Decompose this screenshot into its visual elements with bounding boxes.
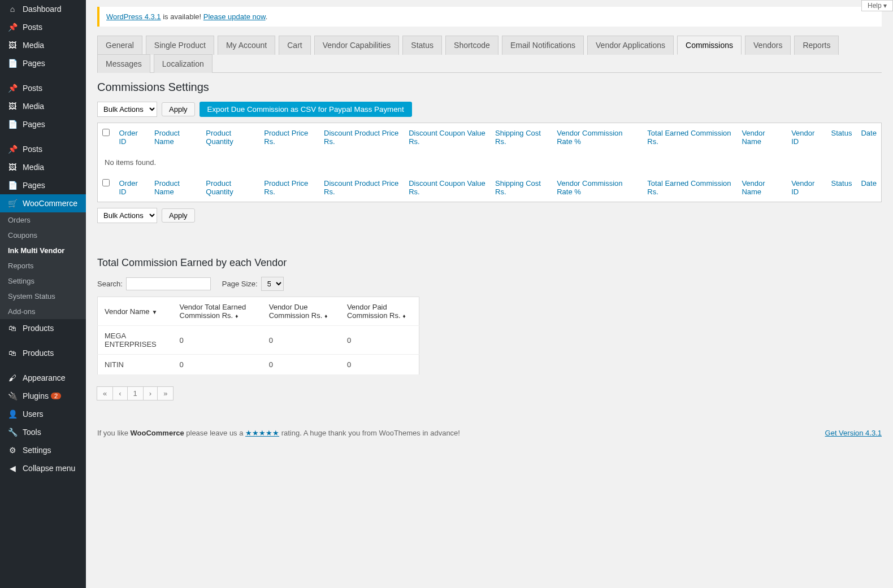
wordpress-version-link[interactable]: WordPress 4.3.1 [106,12,161,21]
sidebar-item-settings[interactable]: ⚙Settings [0,441,86,459]
col-product-quantity[interactable]: Product Quantity [201,123,259,152]
tab-reports[interactable]: Reports [794,36,839,55]
col-product-name[interactable]: Product Name [150,173,201,202]
sidebar-item-pages[interactable]: 📄Pages [0,115,86,133]
sidebar-item-label: Pages [23,181,45,190]
col-discount-product-price-rs-[interactable]: Discount Product Price Rs. [319,123,404,152]
apply-button[interactable]: Apply [162,208,195,223]
sidebar-item-media[interactable]: 🖼Media [0,97,86,115]
tab-vendor-capabilities[interactable]: Vendor Capabilities [314,36,400,55]
sidebar-item-media[interactable]: 🖼Media [0,36,86,54]
col-discount-coupon-value-rs-[interactable]: Discount Coupon Value Rs. [404,123,491,152]
search-input[interactable] [126,277,211,290]
select-all-checkbox[interactable] [102,129,110,136]
help-button[interactable]: Help ▾ [861,0,893,11]
submenu-addons[interactable]: Add-ons [0,304,86,319]
search-row: Search: Page Size: 5 [97,277,882,291]
submenu-settings[interactable]: Settings [0,273,86,289]
col-product-quantity[interactable]: Product Quantity [201,173,259,202]
footer-text: rating. A huge thank you from WooThemes … [279,429,460,437]
page-button[interactable]: ‹ [112,386,127,400]
submenu-reports[interactable]: Reports [0,258,86,273]
page-button[interactable]: › [143,386,158,400]
col-vendor-name[interactable]: Vendor Name [737,123,787,152]
sidebar-collapse[interactable]: ◀Collapse menu [0,459,86,477]
sidebar-item-posts[interactable]: 📌Posts [0,140,86,158]
col-order-id[interactable]: Order ID [115,123,150,152]
pin-icon: 📌 [7,23,18,32]
page-button[interactable]: « [97,386,113,400]
media-icon: 🖼 [7,41,18,50]
col-total-earned-commission-rs-[interactable]: Total Earned Commission Rs. [643,123,737,152]
tab-shortcode[interactable]: Shortcode [445,36,498,55]
page-button[interactable]: 1 [127,386,144,400]
bulk-actions-select[interactable]: Bulk Actions [97,208,157,223]
tab-vendors[interactable]: Vendors [745,36,791,55]
submenu-system-status[interactable]: System Status [0,289,86,304]
tab-localization[interactable]: Localization [154,54,213,73]
col-vendor-name[interactable]: Vendor Name▼ [98,297,173,326]
sidebar-item-posts[interactable]: 📌Posts [0,79,86,97]
page-size-select[interactable]: 5 [261,277,284,291]
col-vendor-id[interactable]: Vendor ID [787,123,826,152]
apply-button[interactable]: Apply [162,102,195,116]
tab-messages[interactable]: Messages [97,54,150,73]
submenu-ink-multi-vendor[interactable]: Ink Multi Vendor [0,243,86,258]
collapse-icon: ◀ [7,464,18,473]
get-version-link[interactable]: Get Version 4.3.1 [825,429,882,437]
sidebar-item-label: Media [23,163,44,172]
update-now-link[interactable]: Please update now [203,12,266,21]
submenu-orders[interactable]: Orders [0,212,86,228]
col-vendor-name[interactable]: Vendor Name [737,173,787,202]
col-product-name[interactable]: Product Name [150,123,201,152]
col-discount-coupon-value-rs-[interactable]: Discount Coupon Value Rs. [404,173,491,202]
sidebar-item-woocommerce[interactable]: 🛒WooCommerce [0,194,86,212]
col-vendor-commission-rate-[interactable]: Vendor Commission Rate % [552,173,643,202]
col-paid[interactable]: Vendor Paid Commission Rs.♦ [340,297,419,326]
col-product-price-rs-[interactable]: Product Price Rs. [259,173,319,202]
col-vendor-commission-rate-[interactable]: Vendor Commission Rate % [552,123,643,152]
vendor-commission-table: Vendor Name▼ Vendor Total Earned Commiss… [97,297,419,375]
sidebar-item-appearance[interactable]: 🖌Appearance [0,369,86,387]
sidebar-item-dashboard[interactable]: ⌂Dashboard [0,0,86,18]
tab-cart[interactable]: Cart [279,36,310,55]
col-shipping-cost-rs-[interactable]: Shipping Cost Rs. [491,173,552,202]
col-date[interactable]: Date [856,173,881,202]
tab-general[interactable]: General [97,36,142,55]
tab-email-notifications[interactable]: Email Notifications [502,36,584,55]
sidebar-item-users[interactable]: 👤Users [0,405,86,423]
col-discount-product-price-rs-[interactable]: Discount Product Price Rs. [319,173,404,202]
bulk-actions-select[interactable]: Bulk Actions [97,102,157,117]
rating-link[interactable]: ★★★★★ [245,429,279,437]
pagination: «‹1›» [97,386,882,400]
col-order-id[interactable]: Order ID [115,173,150,202]
sidebar-item-pages[interactable]: 📄Pages [0,54,86,72]
sidebar-item-products[interactable]: 🛍Products [0,344,86,362]
select-all-checkbox[interactable] [102,179,110,186]
col-vendor-id[interactable]: Vendor ID [787,173,826,202]
col-total-earned-commission-rs-[interactable]: Total Earned Commission Rs. [643,173,737,202]
col-status[interactable]: Status [827,123,857,152]
tab-single-product[interactable]: Single Product [146,36,214,55]
notice-text: . [266,12,268,21]
col-product-price-rs-[interactable]: Product Price Rs. [259,123,319,152]
submenu-coupons[interactable]: Coupons [0,228,86,243]
sidebar-item-posts[interactable]: 📌Posts [0,18,86,36]
tab-vendor-applications[interactable]: Vendor Applications [587,36,674,55]
page-button[interactable]: » [157,386,174,400]
col-due[interactable]: Vendor Due Commission Rs.♦ [262,297,340,326]
sidebar-item-media[interactable]: 🖼Media [0,158,86,176]
export-csv-button[interactable]: Export Due Commission as CSV for Paypal … [200,102,412,117]
tab-status[interactable]: Status [402,36,442,55]
sidebar-item-products[interactable]: 🛍Products [0,319,86,337]
col-date[interactable]: Date [856,123,881,152]
sidebar-item-label: Media [23,41,44,50]
col-total-earned[interactable]: Vendor Total Earned Commission Rs.♦ [173,297,262,326]
col-shipping-cost-rs-[interactable]: Shipping Cost Rs. [491,123,552,152]
tab-commissions[interactable]: Commissions [677,36,742,55]
sidebar-item-plugins[interactable]: 🔌Plugins2 [0,387,86,405]
sidebar-item-pages[interactable]: 📄Pages [0,176,86,194]
tab-my-account[interactable]: My Account [218,36,275,55]
sidebar-item-tools[interactable]: 🔧Tools [0,423,86,441]
col-status[interactable]: Status [827,173,857,202]
